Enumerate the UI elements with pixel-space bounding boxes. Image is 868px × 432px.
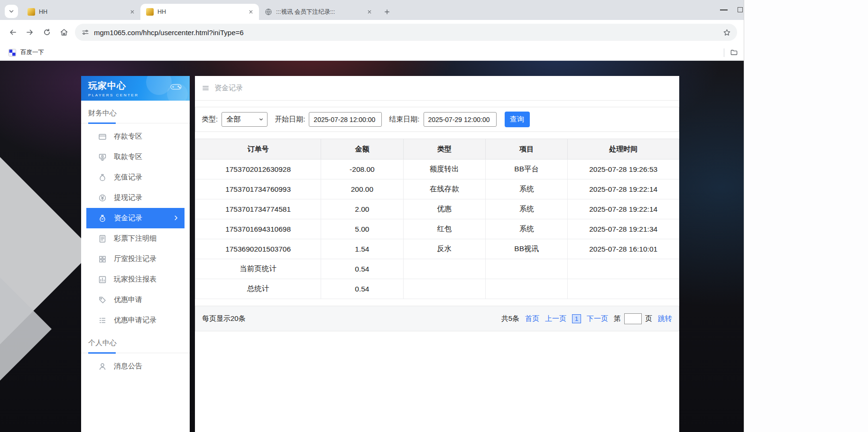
site-settings-icon[interactable] (82, 28, 89, 36)
pagination-bar: 每页显示20条 共5条 首页 上一页 1 下一页 第 页 跳转 (195, 306, 679, 331)
back-button[interactable] (5, 24, 21, 40)
new-tab-button[interactable] (380, 5, 394, 19)
tag-icon (98, 296, 107, 304)
prev-page-link[interactable]: 上一页 (545, 314, 566, 323)
tab-3[interactable]: :::视讯 会员下注纪录::: (259, 4, 378, 20)
sidebar-item-label: 取款专区 (114, 152, 142, 161)
bank-card-icon (98, 132, 107, 141)
table-cell: 反水 (403, 239, 485, 259)
table-cell (568, 279, 679, 299)
sidebar-item-withdraw-zone[interactable]: 取款专区 (81, 147, 190, 167)
forward-arrow-icon (26, 28, 34, 37)
main-panel: 资金记录 类型: 全部 开始日期: 结束日期: 查询 (195, 76, 679, 432)
sidebar-item-deposit-zone[interactable]: 存款专区 (81, 126, 190, 147)
tab-title: HH (39, 9, 124, 15)
table-cell: 0.54 (321, 279, 403, 299)
sidebar-item-promo-apply-record[interactable]: 优惠申请记录 (81, 310, 190, 330)
sidebar-item-recharge-record[interactable]: 充值记录 (81, 167, 190, 188)
sidebar-item-label: 存款专区 (114, 132, 142, 141)
funds-bag-icon (98, 214, 107, 223)
address-bar: mgm1065.com/hhcp/usercenter.html?iniType… (0, 20, 744, 45)
chart-icon (98, 275, 107, 284)
type-select-value: 全部 (226, 115, 240, 124)
table-cell: 系统 (485, 219, 567, 239)
window-maximize-button[interactable] (738, 7, 743, 12)
table-row: 17537016943106985.00红包系统2025-07-28 19:21… (195, 219, 679, 239)
close-tab-icon[interactable] (128, 8, 137, 16)
site-favicon (146, 8, 154, 16)
table-row: 1753702012630928-208.00额度转出BB平台2025-07-2… (195, 160, 679, 179)
bookmark-label: 百度一下 (20, 48, 44, 56)
star-icon (723, 28, 731, 37)
sidebar-item-label: 彩票下注明细 (114, 234, 157, 243)
sidebar-item-message-notice[interactable]: 消息公告 (81, 356, 190, 376)
tab-2-active[interactable]: HH (140, 4, 259, 20)
sidebar-item-player-bet-report[interactable]: 玩家投注报表 (81, 269, 190, 290)
sidebar-item-label: 消息公告 (114, 362, 142, 371)
page-viewport: 玩家中心 PLAYERS CENTER 财务中心 存款专区 取款专区 充值记录 (0, 61, 744, 432)
type-select[interactable]: 全部 (222, 112, 268, 127)
table-cell (403, 279, 485, 299)
reload-button[interactable] (39, 24, 55, 40)
folder-icon[interactable] (730, 48, 738, 56)
gamepad-icon (170, 83, 182, 91)
table-cell: 1753701694310698 (195, 219, 321, 239)
globe-favicon (265, 8, 272, 16)
table-cell: 2025-07-28 19:21:34 (568, 219, 679, 239)
desktop-area (744, 0, 868, 432)
table-cell: 在线存款 (403, 179, 485, 199)
bookmark-star-button[interactable] (720, 26, 733, 39)
end-date-input[interactable] (424, 112, 497, 127)
sidebar-item-withdraw-record[interactable]: 提现记录 (81, 188, 190, 208)
page-title: 资金记录 (214, 84, 243, 93)
search-button[interactable]: 查询 (505, 112, 530, 127)
bookmark-baidu[interactable]: 百度一下 (6, 47, 47, 58)
jump-post-text: 页 (645, 314, 652, 323)
home-icon (60, 28, 68, 37)
total-count-text: 共5条 (501, 314, 519, 323)
table-cell: 红包 (403, 219, 485, 239)
sidebar-item-label: 资金记录 (114, 214, 142, 223)
start-date-label: 开始日期: (275, 115, 305, 124)
sidebar-item-lottery-bet-detail[interactable]: 彩票下注明细 (81, 228, 190, 249)
sidebar-item-funds-record[interactable]: 资金记录 (86, 208, 185, 228)
jump-pre-text: 第 (614, 314, 621, 323)
sidebar-item-promo-apply[interactable]: 优惠申请 (81, 290, 190, 310)
sidebar-item-hall-bet-record[interactable]: 厅室投注记录 (81, 249, 190, 269)
page-header: 资金记录 (195, 76, 679, 101)
document-icon (98, 235, 107, 243)
bookmarks-right (724, 48, 738, 57)
current-page-badge[interactable]: 1 (572, 314, 581, 323)
window-minimize-button[interactable] (720, 9, 728, 10)
close-tab-icon[interactable] (247, 8, 255, 16)
table-cell: 1753701734774581 (195, 199, 321, 219)
players-center-subtitle: PLAYERS CENTER (88, 93, 190, 97)
page-number-input[interactable] (624, 313, 642, 324)
table-cell: BB视讯 (485, 239, 567, 259)
omnibox[interactable]: mgm1065.com/hhcp/usercenter.html?iniType… (75, 24, 737, 41)
funds-record-table: 订单号 金额 类型 项目 处理时间 1753702012630928-208.0… (195, 139, 679, 299)
next-page-link[interactable]: 下一页 (587, 314, 608, 323)
table-cell: 2025-07-28 19:22:14 (568, 199, 679, 219)
reload-icon (43, 28, 51, 37)
tab-1[interactable]: HH (22, 4, 140, 20)
tab-search-button[interactable] (5, 5, 18, 18)
column-header-type: 类型 (403, 139, 485, 160)
close-tab-icon[interactable] (365, 8, 374, 16)
pagination-controls: 共5条 首页 上一页 1 下一页 第 页 跳转 (501, 313, 672, 324)
table-cell: 0.54 (321, 259, 403, 279)
money-bag-icon (98, 173, 107, 182)
start-date-input[interactable] (309, 112, 382, 127)
table-row: 17537017347745812.00优惠系统2025-07-28 19:22… (195, 199, 679, 219)
grid-icon (98, 255, 107, 263)
table-cell (485, 259, 567, 279)
home-button[interactable] (56, 24, 72, 40)
list-icon (98, 316, 107, 325)
forward-button[interactable] (22, 24, 38, 40)
table-cell: 200.00 (321, 179, 403, 199)
section-personal-center: 个人中心 (81, 330, 190, 353)
jump-link[interactable]: 跳转 (658, 314, 672, 323)
url-text[interactable]: mgm1065.com/hhcp/usercenter.html?iniType… (94, 28, 715, 37)
first-page-link[interactable]: 首页 (525, 314, 539, 323)
table-cell: 2025-07-28 19:26:53 (568, 160, 679, 179)
